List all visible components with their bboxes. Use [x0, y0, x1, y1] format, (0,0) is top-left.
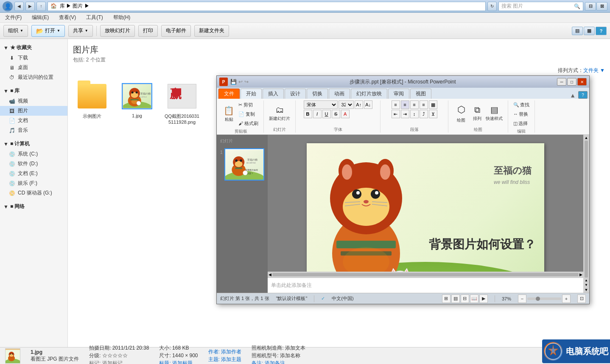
vertical-align-btn[interactable]: ⊻ — [429, 110, 437, 118]
fit-window-btn[interactable]: ⊡ — [577, 295, 586, 303]
underline-btn[interactable]: U — [322, 110, 331, 118]
refresh-button[interactable]: ↻ — [487, 2, 497, 11]
quick-styles-btn[interactable]: ▤ 快速样式 — [484, 102, 504, 124]
sidebar-item-d[interactable]: 💿 软件 (D:) — [0, 159, 67, 169]
ppt-tab-insert[interactable]: 插入 — [263, 89, 284, 99]
ppt-vscrollbar[interactable]: ▲ ▲ ▼ ▼ — [583, 135, 589, 293]
hscroll-left[interactable]: ◀ — [269, 272, 271, 277]
status-author[interactable]: 作者: 添加作者 — [208, 348, 242, 356]
ppt-help-btn[interactable]: ? — [578, 91, 588, 99]
vscroll-down[interactable]: ▼ — [585, 288, 588, 292]
slideshow-button[interactable]: 放映幻灯片 — [100, 25, 135, 37]
file-item-1jpg[interactable]: 至福の猫 we will find 1.jpg — [118, 79, 156, 126]
ppt-tab-slideshow[interactable]: 幻灯片放映 — [351, 89, 387, 99]
vscroll-up[interactable]: ▲ — [585, 136, 588, 140]
network-header[interactable]: ▼ ■ 网络 — [0, 201, 67, 212]
search-bar[interactable]: 搜索 图片 🔍 — [498, 2, 583, 11]
new-slide-btn[interactable]: 🗂 新建幻灯片 — [267, 102, 292, 124]
sidebar-item-pictures[interactable]: 🖼 图片 — [0, 106, 67, 116]
redo-icon[interactable]: ↪ — [244, 79, 249, 85]
font-shrink-btn[interactable]: A↓ — [364, 100, 372, 109]
layout-btn-1[interactable]: ⊟ — [585, 2, 596, 11]
view-toggle-2[interactable]: ▦ — [584, 27, 595, 35]
hscroll-right[interactable]: ▶ — [579, 272, 582, 277]
up-button[interactable]: ↑ — [36, 2, 46, 11]
back-button[interactable]: ◀ — [14, 2, 24, 11]
ppt-notes-area[interactable]: 单击此处添加备注 — [268, 278, 583, 293]
sidebar-item-desktop[interactable]: 🖥 桌面 — [0, 63, 67, 72]
select-btn[interactable]: ◫ 选择 — [512, 119, 529, 128]
sidebar-item-music[interactable]: 🎵 音乐 — [0, 125, 67, 135]
slideshow-view-btn[interactable]: ▶ — [479, 295, 488, 303]
find-btn[interactable]: 🔍 查找 — [512, 100, 531, 109]
vscroll-step-down[interactable]: ▼ — [585, 283, 588, 287]
new-folder-button[interactable]: 新建文件夹 — [194, 25, 229, 37]
menu-edit[interactable]: 编辑(E) — [30, 13, 50, 22]
strikethrough-btn[interactable]: S — [332, 110, 340, 118]
menu-file[interactable]: 文件(F) — [3, 13, 23, 22]
font-grow-btn[interactable]: A↑ — [355, 100, 363, 109]
hscroll-thumb[interactable] — [272, 273, 579, 276]
indent-decrease-btn[interactable]: ⇤ — [392, 110, 400, 118]
status-title-field[interactable]: 标题: 添加标题 — [159, 360, 198, 364]
justify-btn[interactable]: ≡ — [420, 100, 428, 109]
ppt-tab-review[interactable]: 审阅 — [388, 89, 409, 99]
ppt-tab-design[interactable]: 设计 — [285, 89, 306, 99]
sidebar-item-download[interactable]: ⬇ 下载 — [0, 53, 67, 63]
organize-button[interactable]: 组织 ▼ — [3, 25, 28, 37]
ppt-tab-home[interactable]: 开始 — [241, 89, 262, 99]
sort-value[interactable]: 文件夹 ▼ — [583, 67, 605, 74]
align-center-btn[interactable]: ≡ — [401, 100, 409, 109]
columns-btn[interactable]: ▦ — [429, 100, 437, 109]
email-button[interactable]: 电子邮件 — [161, 25, 191, 37]
shapes-btn[interactable]: ⬡ 绘图 — [452, 102, 470, 124]
zoom-in-btn[interactable]: + — [562, 295, 571, 303]
status-subject[interactable]: 主题: 添加主题 — [208, 356, 242, 363]
view-toggle-1[interactable]: ▤ — [572, 27, 583, 35]
outline-view-btn[interactable]: ▤ — [451, 295, 460, 303]
text-direction-btn[interactable]: ⤴ — [420, 110, 428, 118]
paste-btn[interactable]: 📋 粘贴 — [222, 103, 236, 125]
ppt-slide[interactable]: Limited Edition 至福の猫 we will find bliss — [307, 143, 544, 272]
vscroll-thumb[interactable] — [585, 141, 588, 278]
file-item-qq[interactable]: 赢 赢 QQ截图20160315111928.png — [163, 79, 201, 126]
sidebar-item-video[interactable]: 📹 视频 — [0, 96, 67, 106]
sidebar-item-f[interactable]: 💿 娱乐 (F:) — [0, 178, 67, 188]
italic-btn[interactable]: I — [313, 110, 322, 118]
help-button[interactable]: ? — [596, 27, 607, 35]
zoom-slider[interactable] — [527, 297, 561, 300]
reading-view-btn[interactable]: 📖 — [470, 295, 478, 303]
layout-btn-2[interactable]: ⊠ — [596, 2, 607, 11]
sidebar-item-g[interactable]: 📀 CD 驱动器 (G:) — [0, 188, 67, 198]
computer-header[interactable]: ▼ ■ 计算机 — [0, 139, 67, 149]
ribbon-collapse-btn[interactable]: ▲ — [570, 92, 576, 99]
address-bar[interactable]: 🏠 库 ▶ 图片 ▶ — [48, 2, 486, 11]
slide-sorter-btn[interactable]: ⊟ — [461, 295, 469, 303]
library-header[interactable]: ▼ ■ 库 — [0, 86, 67, 96]
sidebar-item-c[interactable]: 💿 系统 (C:) — [0, 149, 67, 159]
ppt-tab-transition[interactable]: 切换 — [307, 89, 328, 99]
ppt-tab-file[interactable]: 文件 — [218, 89, 240, 99]
menu-help[interactable]: 帮助(H) — [112, 13, 132, 22]
print-button[interactable]: 打印 — [138, 25, 158, 37]
replace-btn[interactable]: ↔ 替换 — [512, 110, 530, 118]
save-icon[interactable]: 💾 — [230, 79, 237, 85]
menu-view[interactable]: 查看(V) — [57, 13, 78, 22]
font-family-select[interactable]: 宋体 微软雅黑 — [304, 100, 338, 109]
menu-tools[interactable]: 工具(T) — [84, 13, 104, 22]
bold-btn[interactable]: B — [304, 110, 312, 118]
favorites-header[interactable]: ▼ ★ 收藏夹 — [0, 42, 67, 53]
normal-view-btn[interactable]: ⊞ — [442, 295, 451, 303]
ppt-close[interactable]: ✕ — [577, 78, 587, 86]
line-spacing-btn[interactable]: ↕ — [410, 110, 419, 118]
undo-icon[interactable]: ↩ — [238, 79, 243, 85]
copy-btn[interactable]: 📄 复制 — [237, 110, 260, 118]
cut-btn[interactable]: ✂ 剪切 — [237, 100, 260, 109]
indent-increase-btn[interactable]: ⇥ — [401, 110, 409, 118]
slide-thumb-1[interactable]: 至福の猫 we will find 背景图片如何 设置？ — [224, 148, 264, 181]
align-left-btn[interactable]: ≡ — [392, 100, 400, 109]
forward-button[interactable]: ▶ — [25, 2, 35, 11]
ppt-minimize[interactable]: ─ — [557, 78, 566, 86]
status-comment[interactable]: 备注: 添加备注 — [252, 360, 305, 364]
arrange-btn[interactable]: ⧉ 排列 — [471, 102, 483, 124]
